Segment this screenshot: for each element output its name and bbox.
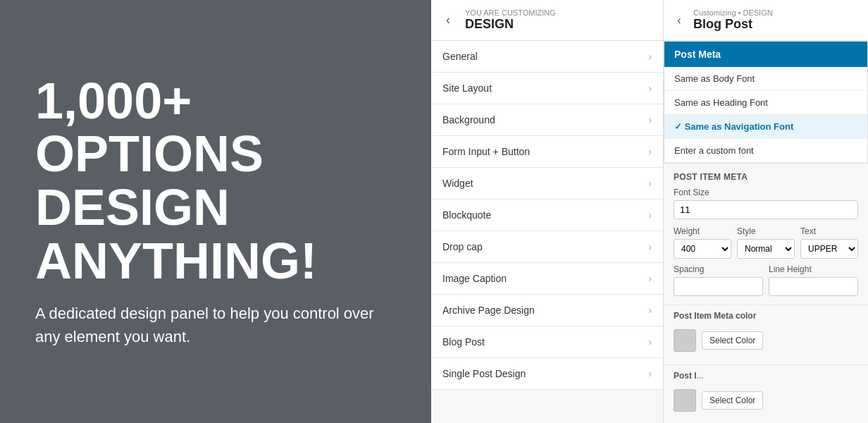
- color-swatch-2[interactable]: [674, 389, 696, 412]
- menu-item-archive-page-design-label: Archive Page Design: [442, 305, 535, 316]
- right-breadcrumb: Customizing • DESIGN: [693, 8, 773, 17]
- weight-label: Weight: [674, 226, 731, 236]
- line-height-label: Line Height: [769, 264, 858, 274]
- post-item-meta-color-label: Post Item Meta color: [664, 305, 868, 324]
- color-section-2: Select Color: [664, 384, 868, 423]
- dropdown-item-heading-font[interactable]: Same as Heading Font: [664, 91, 867, 115]
- chevron-right-icon: ›: [648, 336, 652, 348]
- line-height-field: Line Height: [769, 264, 858, 296]
- customizing-label: You are customizing: [465, 8, 556, 17]
- spacing-input[interactable]: [674, 277, 763, 296]
- color-swatch-1[interactable]: [674, 329, 696, 352]
- color-section-1: Select Color: [664, 324, 868, 364]
- headline: 1,000+ OPTIONS DESIGN ANYTHING!: [35, 75, 396, 288]
- text-label: Text: [800, 226, 858, 236]
- back-button[interactable]: ‹: [438, 11, 458, 30]
- select-color-button-1[interactable]: Select Color: [702, 331, 763, 350]
- right-title: Blog Post: [693, 17, 773, 32]
- font-size-field: Font Size: [674, 188, 858, 219]
- chevron-right-icon: ›: [648, 146, 652, 157]
- select-color-button-2[interactable]: Select Color: [702, 391, 763, 410]
- menu-item-drop-cap-label: Drop cap: [442, 241, 483, 252]
- style-label: Style: [737, 226, 795, 236]
- chevron-right-icon: ›: [648, 241, 652, 252]
- chevron-right-icon: ›: [648, 273, 652, 284]
- menu-item-widget[interactable]: Widget ›: [431, 168, 663, 200]
- menu-item-archive-page-design[interactable]: Archive Page Design ›: [431, 295, 663, 326]
- text-field: Text UPPER lower None: [800, 226, 858, 259]
- menu-item-widget-label: Widget: [442, 178, 473, 189]
- menu-item-blog-post[interactable]: Blog Post ›: [431, 326, 663, 358]
- weight-style-text-row: Weight 400 300 700 Style Normal Italic T: [674, 226, 858, 259]
- menu-item-blockquote-label: Blockquote: [442, 209, 491, 221]
- spacing-lineheight-row: Spacing Line Height: [674, 264, 858, 296]
- line-height-input[interactable]: [769, 277, 858, 296]
- dropdown-header: Post Meta: [664, 42, 867, 67]
- right-panel: ‹ Customizing • DESIGN Blog Post Post Me…: [664, 0, 868, 423]
- customizing-title: DESIGN: [465, 17, 556, 32]
- left-content: 1,000+ OPTIONS DESIGN ANYTHING! A dedica…: [35, 75, 396, 348]
- menu-item-general-label: General: [442, 51, 478, 62]
- headline-line3: DESIGN: [35, 179, 230, 235]
- menu-item-image-caption[interactable]: Image Caption ›: [431, 263, 663, 295]
- dropdown-item-navigation-font[interactable]: Same as Navigation Font: [664, 115, 867, 139]
- menu-list: General › Site Layout › Background › For…: [431, 41, 663, 423]
- menu-item-single-post-design[interactable]: Single Post Design ›: [431, 358, 663, 390]
- text-select[interactable]: UPPER lower None: [800, 239, 858, 259]
- headline-line2: OPTIONS: [35, 125, 264, 182]
- chevron-right-icon: ›: [648, 82, 652, 94]
- post-item-label2: Post I...: [664, 364, 868, 384]
- dropdown-item-custom-font[interactable]: Enter a custom font: [664, 139, 867, 163]
- left-panel: 1,000+ OPTIONS DESIGN ANYTHING! A dedica…: [0, 0, 431, 423]
- post-item-meta-label: Post Item Meta: [674, 172, 858, 182]
- weight-select[interactable]: 400 300 700: [674, 239, 731, 259]
- chevron-right-icon: ›: [648, 209, 652, 221]
- right-content: Post Meta Same as Body Font Same as Head…: [664, 41, 868, 423]
- menu-item-image-caption-label: Image Caption: [442, 273, 507, 284]
- menu-item-form-input-button-label: Form Input + Button: [442, 146, 530, 157]
- middle-panel: ‹ You are customizing DESIGN General › S…: [431, 0, 664, 423]
- headline-line4: ANYTHING!: [35, 233, 317, 289]
- post-item-meta-section: Post Item Meta Font Size Weight 400 300 …: [664, 164, 868, 305]
- right-back-button[interactable]: ‹: [671, 12, 688, 29]
- chevron-right-icon: ›: [648, 368, 652, 379]
- color-row-1: Select Color: [674, 329, 858, 352]
- chevron-right-icon: ›: [648, 51, 652, 62]
- font-size-label: Font Size: [674, 188, 858, 197]
- dropdown-item-body-font[interactable]: Same as Body Font: [664, 67, 867, 91]
- chevron-right-icon: ›: [648, 305, 652, 316]
- menu-item-single-post-design-label: Single Post Design: [442, 368, 526, 379]
- spacing-label: Spacing: [674, 264, 763, 274]
- menu-item-blog-post-label: Blog Post: [442, 336, 485, 348]
- menu-item-form-input-button[interactable]: Form Input + Button ›: [431, 136, 663, 168]
- style-select[interactable]: Normal Italic: [737, 239, 795, 259]
- middle-header: ‹ You are customizing DESIGN: [431, 0, 663, 41]
- style-field: Style Normal Italic: [737, 226, 795, 259]
- menu-item-blockquote[interactable]: Blockquote ›: [431, 200, 663, 231]
- font-size-input[interactable]: [674, 200, 858, 219]
- menu-item-background-label: Background: [442, 114, 495, 125]
- headline-line1: 1,000+: [35, 73, 192, 129]
- menu-item-background[interactable]: Background ›: [431, 104, 663, 136]
- post-meta-dropdown: Post Meta Same as Body Font Same as Head…: [664, 41, 868, 164]
- menu-item-general[interactable]: General ›: [431, 41, 663, 73]
- chevron-right-icon: ›: [648, 178, 652, 189]
- spacing-field: Spacing: [674, 264, 763, 296]
- weight-field: Weight 400 300 700: [674, 226, 731, 259]
- right-header: ‹ Customizing • DESIGN Blog Post: [664, 0, 868, 41]
- menu-item-site-layout[interactable]: Site Layout ›: [431, 73, 663, 104]
- menu-item-drop-cap[interactable]: Drop cap ›: [431, 231, 663, 263]
- chevron-right-icon: ›: [648, 114, 652, 125]
- color-row-2: Select Color: [674, 389, 858, 412]
- menu-item-site-layout-label: Site Layout: [442, 82, 492, 94]
- description: A dedicated design panel to help you con…: [35, 302, 396, 348]
